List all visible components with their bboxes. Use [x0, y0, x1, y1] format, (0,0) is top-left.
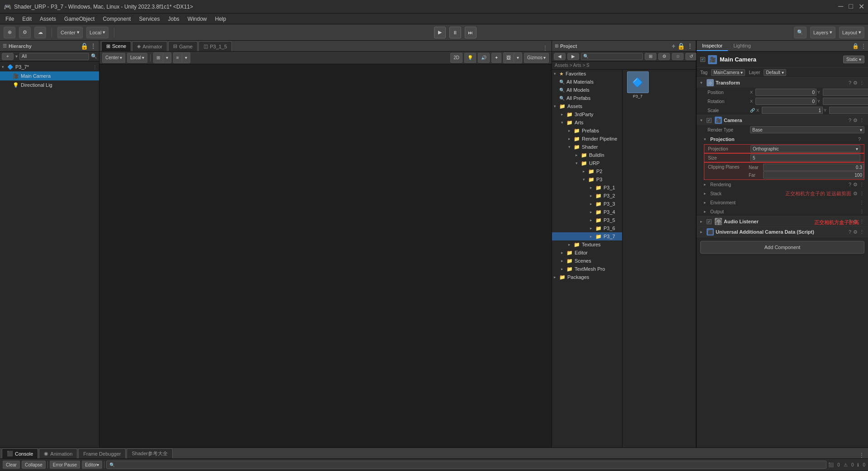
toolbar-pivot-btn[interactable]: Center ▾: [57, 27, 83, 38]
hierarchy-search-icon[interactable]: 🔍: [91, 53, 97, 59]
project-p3_1[interactable]: ▸ 📁 P3_1: [552, 184, 622, 192]
transform-settings-btn[interactable]: ⚙: [853, 80, 858, 86]
scene-gizmos-btn[interactable]: Gizmos ▾: [524, 53, 549, 63]
audio-listener-checkbox[interactable]: ✓: [707, 219, 712, 224]
stack-more-btn[interactable]: ⋮: [859, 191, 864, 197]
scene-render-btn[interactable]: 🖼: [504, 53, 514, 63]
universal-camera-settings-btn[interactable]: ⚙: [853, 229, 858, 235]
menu-window[interactable]: Window: [184, 15, 211, 23]
universal-camera-header[interactable]: ▸ ⬛ Universal Additional Camera Data (Sc…: [697, 227, 868, 237]
project-packages[interactable]: ▸ 📁 Packages: [552, 273, 622, 281]
menu-file[interactable]: File: [2, 15, 18, 23]
play-button[interactable]: ▶: [434, 27, 446, 38]
static-button[interactable]: Static ▾: [843, 56, 864, 63]
scene-render-arrow[interactable]: ▾: [514, 53, 522, 63]
project-settings-btn[interactable]: ⚙: [658, 53, 670, 60]
tab-console[interactable]: ⬛ Console: [2, 448, 38, 458]
transform-header[interactable]: ▾ ⊹ Transform ? ⚙ ⋮: [697, 78, 868, 88]
camera-active-checkbox[interactable]: ✓: [707, 118, 712, 123]
transform-help-btn[interactable]: ?: [849, 80, 851, 86]
output-more-btn[interactable]: ⋮: [859, 209, 864, 215]
project-view-btn[interactable]: ☆: [672, 53, 684, 60]
menu-component[interactable]: Component: [99, 15, 134, 23]
hierarchy-add-btn[interactable]: +: [2, 53, 14, 60]
audio-listener-settings-btn[interactable]: ⚙: [853, 219, 858, 225]
tab-p3_1_5[interactable]: ◫ P3_1_5: [198, 41, 232, 51]
menu-jobs[interactable]: Jobs: [164, 15, 183, 23]
scene-tabs-more[interactable]: ⋮: [542, 45, 548, 51]
audio-listener-header[interactable]: ▸ ✓ 🎧 Audio Listener ? ⚙ ⋮: [697, 217, 868, 226]
close-button[interactable]: ✕: [859, 2, 864, 11]
project-add-btn[interactable]: +: [672, 42, 675, 50]
project-editor[interactable]: ▸ 📁 Editor: [552, 249, 622, 257]
toolbar-search-btn[interactable]: 🔍: [794, 27, 807, 38]
audio-listener-more-btn[interactable]: ⋮: [859, 219, 864, 225]
project-textures[interactable]: ▸ 📁 Textures: [552, 240, 622, 249]
project-p2[interactable]: ▸ 📁 P2: [552, 167, 622, 175]
hierarchy-lock-btn[interactable]: 🔒: [80, 42, 88, 50]
project-back-btn[interactable]: ◀: [554, 53, 566, 60]
scene-light-btn[interactable]: 💡: [464, 53, 476, 63]
far-input[interactable]: [763, 171, 864, 179]
hierarchy-more-btn[interactable]: ⋮: [90, 42, 96, 50]
project-render-pipeline[interactable]: ▸ 📁 Render Pipeline: [552, 135, 622, 143]
toolbar-space-btn[interactable]: Local ▾: [86, 27, 108, 38]
tab-animator[interactable]: ◈ Animator: [132, 41, 167, 51]
project-p3_2[interactable]: ▸ 📁 P3_2: [552, 192, 622, 200]
scene-vfx-btn[interactable]: ✦: [491, 53, 501, 63]
project-p3_7-asset[interactable]: 🔷 P3_7: [624, 71, 651, 99]
camera-settings-btn[interactable]: ⚙: [853, 118, 858, 123]
scene-space-btn[interactable]: Local ▾: [127, 53, 147, 63]
rendering-settings-btn[interactable]: ⚙: [853, 182, 858, 188]
projection-header[interactable]: ▾ Projection ?: [704, 134, 864, 144]
toolbar-snap-settings[interactable]: ⚙: [19, 27, 31, 38]
tab-inspector[interactable]: Inspector: [697, 41, 728, 51]
inspector-lock-icon[interactable]: 🔒: [852, 43, 859, 49]
scene-pivot-btn[interactable]: Center ▾: [102, 53, 125, 63]
project-forward-btn[interactable]: ▶: [567, 53, 579, 60]
scene-2d-btn[interactable]: 2D: [450, 53, 462, 63]
editor-dropdown[interactable]: Editor ▾: [82, 461, 102, 469]
universal-camera-help-btn[interactable]: ?: [849, 229, 851, 235]
camera-header[interactable]: ▾ ✓ 🎥 Camera ? ⚙ ⋮: [697, 115, 868, 125]
project-urp[interactable]: ▾ 📁 URP: [552, 159, 622, 167]
hierarchy-item-p3_7[interactable]: ▾ 🔷 P3_7* ⋮: [0, 62, 99, 71]
layer-dropdown[interactable]: Default ▾: [764, 69, 786, 76]
rot-x-input[interactable]: [755, 98, 816, 105]
menu-help[interactable]: Help: [212, 15, 230, 23]
collapse-button[interactable]: Collapse: [22, 461, 46, 469]
universal-camera-more-btn[interactable]: ⋮: [859, 229, 864, 235]
project-textmesh[interactable]: ▸ 📁 TextMesh Pro: [552, 265, 622, 273]
projection-help-btn[interactable]: ?: [858, 137, 861, 142]
audio-listener-help-btn[interactable]: ?: [849, 219, 851, 225]
project-filter-btn[interactable]: ⊞: [645, 53, 656, 60]
add-component-button[interactable]: Add Component: [700, 241, 864, 254]
scene-view-arrow[interactable]: ▾: [182, 53, 190, 63]
project-all-materials[interactable]: 🔍 All Materials: [552, 78, 622, 86]
project-p3_3[interactable]: ▸ 📁 P3_3: [552, 200, 622, 208]
pos-y-input[interactable]: [823, 89, 868, 96]
project-p3[interactable]: ▾ 📁 P3: [552, 175, 622, 184]
hierarchy-item-directional-light[interactable]: 💡 Directional Lig: [0, 80, 99, 89]
render-type-dropdown[interactable]: Base ▾: [750, 126, 864, 133]
project-shader[interactable]: ▾ 📁 Shader: [552, 143, 622, 151]
project-p3_4[interactable]: ▸ 📁 P3_4: [552, 208, 622, 216]
project-p3_7[interactable]: ▸ 📁 P3_7: [552, 232, 622, 240]
hierarchy-item-main-camera[interactable]: 🎥 Main Camera: [0, 71, 99, 80]
tab-scene[interactable]: ⊞ Scene: [101, 41, 131, 51]
project-p3_6[interactable]: ▸ 📁 P3_6: [552, 224, 622, 232]
project-buildin[interactable]: ▸ 📁 BuildIn: [552, 151, 622, 159]
project-arts[interactable]: ▾ 📁 Arts: [552, 118, 622, 127]
project-lock-btn[interactable]: 🔒: [677, 42, 685, 50]
rendering-more-btn[interactable]: ⋮: [859, 182, 864, 188]
menu-gameobject[interactable]: GameObject: [61, 15, 98, 23]
tab-lighting[interactable]: Lighting: [728, 41, 756, 51]
hierarchy-search-input[interactable]: [19, 53, 89, 60]
inspector-more-btn[interactable]: ⋮: [861, 43, 866, 49]
scene-view-btn[interactable]: ≡: [174, 53, 182, 63]
pause-button[interactable]: ⏸: [449, 27, 461, 38]
rot-y-input[interactable]: [823, 98, 868, 105]
projection-dropdown[interactable]: Orthographic ▾: [750, 145, 860, 152]
object-name-input[interactable]: [720, 56, 840, 63]
project-refresh-btn[interactable]: ↺: [685, 53, 697, 60]
